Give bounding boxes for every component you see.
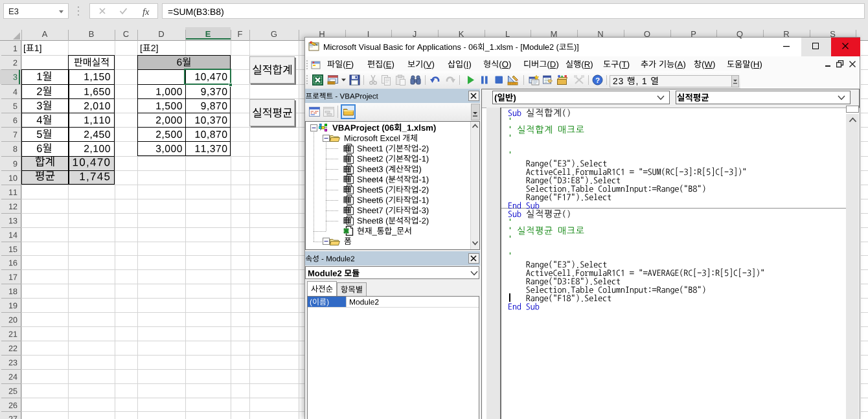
svg-text:?: ? bbox=[595, 76, 600, 84]
